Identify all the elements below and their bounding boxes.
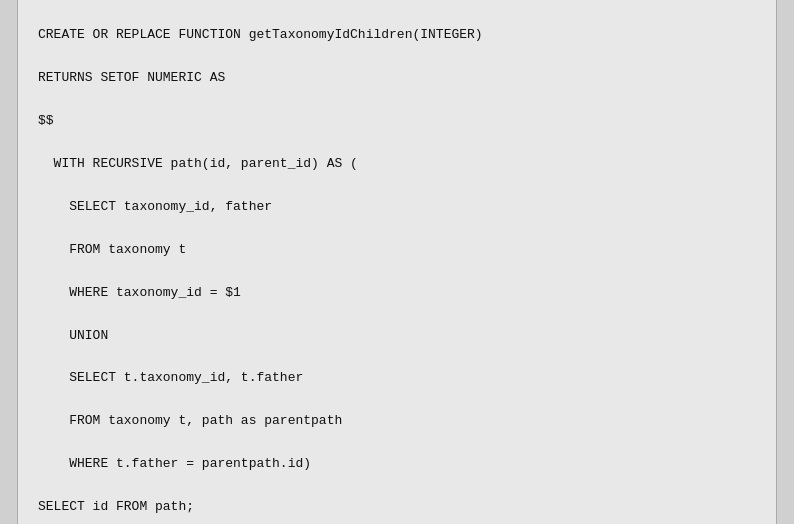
code-line-07: WHERE taxonomy_id = $1 bbox=[38, 285, 241, 300]
code-line-01: CREATE OR REPLACE FUNCTION getTaxonomyId… bbox=[38, 27, 483, 42]
code-line-05: SELECT taxonomy_id, father bbox=[38, 199, 272, 214]
code-line-04: WITH RECURSIVE path(id, parent_id) AS ( bbox=[38, 156, 358, 171]
code-line-11: WHERE t.father = parentpath.id) bbox=[38, 456, 311, 471]
main-card: - Name: getTaxonomyIdChildren - Input: i… bbox=[17, 0, 777, 524]
code-block: CREATE OR REPLACE FUNCTION getTaxonomyId… bbox=[38, 3, 756, 524]
code-line-03: $$ bbox=[38, 113, 54, 128]
code-line-09: SELECT t.taxonomy_id, t.father bbox=[38, 370, 303, 385]
code-line-12: SELECT id FROM path; bbox=[38, 499, 194, 514]
code-line-10: FROM taxonomy t, path as parentpath bbox=[38, 413, 342, 428]
code-line-06: FROM taxonomy t bbox=[38, 242, 186, 257]
code-line-08: UNION bbox=[38, 328, 108, 343]
code-line-02: RETURNS SETOF NUMERIC AS bbox=[38, 70, 225, 85]
